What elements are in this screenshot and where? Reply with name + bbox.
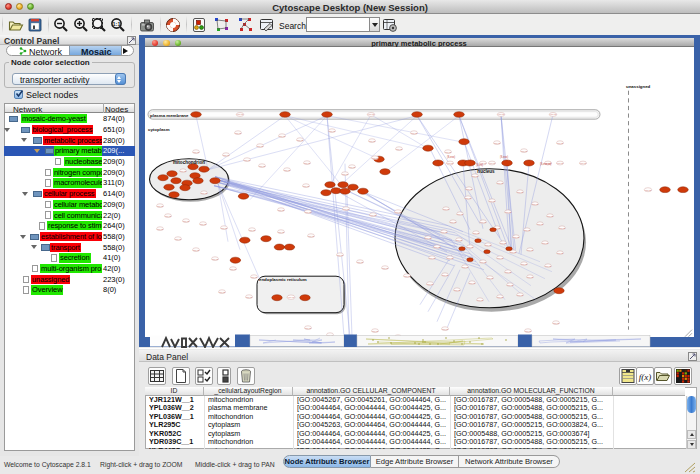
svg-text:Yxx-xx: Yxx-xx <box>553 322 561 324</box>
svg-text:Yxx-xx: Yxx-xx <box>343 208 351 210</box>
svg-text:Yxx-xx: Yxx-xx <box>180 170 188 172</box>
svg-text:Yxx-xx: Yxx-xx <box>456 239 464 241</box>
svg-text:Yxx-xx: Yxx-xx <box>580 162 588 164</box>
svg-text:Yxx-xx: Yxx-xx <box>370 214 378 216</box>
svg-text:Yxx-xx: Yxx-xx <box>489 200 497 202</box>
svg-text:Yxx-xx: Yxx-xx <box>485 244 493 246</box>
svg-text:Yxx-xx: Yxx-xx <box>447 162 455 164</box>
svg-text:Yxx-xx: Yxx-xx <box>434 246 442 248</box>
svg-text:Yxx-xx: Yxx-xx <box>447 257 455 259</box>
svg-text:Yxx-xx: Yxx-xx <box>645 189 653 191</box>
svg-text:Yxx-xx: Yxx-xx <box>349 166 357 168</box>
svg-text:f(x): f(x) <box>639 372 652 382</box>
svg-text:Yxx-xx: Yxx-xx <box>201 192 209 194</box>
svg-text:Yxx-xx: Yxx-xx <box>278 231 286 233</box>
svg-text:nucleus: nucleus <box>477 169 495 174</box>
svg-text:Yxx-xx: Yxx-xx <box>288 296 296 298</box>
svg-text:Yxx-xx: Yxx-xx <box>559 227 567 229</box>
svg-text:(S,exx): (S,exx) <box>500 155 508 159</box>
svg-text:Yxx-xx: Yxx-xx <box>337 254 345 256</box>
svg-text:Yxx-xx: Yxx-xx <box>462 266 470 268</box>
svg-text:Yxx-xx: Yxx-xx <box>342 173 350 175</box>
svg-text:Yxx-xx: Yxx-xx <box>505 271 513 273</box>
svg-text:Yxx-xx: Yxx-xx <box>510 251 518 253</box>
svg-text:Yxx-xx: Yxx-xx <box>545 265 553 267</box>
svg-text:Yxx-xx: Yxx-xx <box>497 257 505 259</box>
svg-text:Yxx-xx: Yxx-xx <box>251 276 259 278</box>
svg-text:Yxx-xx: Yxx-xx <box>425 237 433 239</box>
svg-text:Yxx-xx: Yxx-xx <box>175 238 183 240</box>
svg-text:Yxx-xx: Yxx-xx <box>557 162 565 164</box>
svg-text:Yxx-xx: Yxx-xx <box>466 188 474 190</box>
svg-text:Yxx-xx: Yxx-xx <box>221 227 229 229</box>
svg-text:Yxx-xx: Yxx-xx <box>369 140 377 142</box>
svg-text:Yxx-xx: Yxx-xx <box>259 165 267 167</box>
svg-text:Yxx-xx: Yxx-xx <box>219 291 227 293</box>
svg-text:Yxx-xx: Yxx-xx <box>284 169 292 171</box>
svg-text:Yxx-xx: Yxx-xx <box>297 139 305 141</box>
svg-text:Yxx-xx: Yxx-xx <box>157 205 165 207</box>
svg-text:Yxx-xx: Yxx-xx <box>480 221 488 223</box>
svg-text:Yxx-xx: Yxx-xx <box>183 220 191 222</box>
svg-text:Yxx-xx: Yxx-xx <box>465 197 473 199</box>
svg-text:Yxx-xx: Yxx-xx <box>557 252 565 254</box>
svg-text:Yxx-xx: Yxx-xx <box>429 257 437 259</box>
svg-text:Yxx-xx: Yxx-xx <box>497 296 505 298</box>
svg-text:Yxx-xx: Yxx-xx <box>477 299 485 301</box>
svg-text:Yxx-xx: Yxx-xx <box>249 229 257 231</box>
svg-text:Yxx-xx: Yxx-xx <box>498 114 506 116</box>
svg-text:Yxx-xx: Yxx-xx <box>467 246 475 248</box>
svg-text:Yxx-xx: Yxx-xx <box>469 282 477 284</box>
svg-text:Yxx-xx: Yxx-xx <box>237 114 245 116</box>
svg-text:Yxx-xx: Yxx-xx <box>304 162 312 164</box>
svg-text:unassigned: unassigned <box>626 84 651 89</box>
svg-text:Yxx-xx: Yxx-xx <box>527 249 535 251</box>
svg-text:Yxx-xx: Yxx-xx <box>230 268 238 270</box>
svg-text:Yxx-xx: Yxx-xx <box>212 258 220 260</box>
svg-text:Yxx-xx: Yxx-xx <box>521 263 529 265</box>
svg-text:Yxx-xx: Yxx-xx <box>524 229 532 231</box>
svg-text:Yxx-xx: Yxx-xx <box>382 267 390 269</box>
svg-text:cytoplasm: cytoplasm <box>148 127 170 132</box>
svg-text:Yxx-xx: Yxx-xx <box>303 185 311 187</box>
svg-text:Yxx-xx: Yxx-xx <box>537 223 545 225</box>
svg-text:Yxx-xx: Yxx-xx <box>497 182 505 184</box>
svg-text:Yxx-xx: Yxx-xx <box>527 276 535 278</box>
svg-text:Yxx-xx: Yxx-xx <box>396 148 404 150</box>
svg-text:Yxx-xx: Yxx-xx <box>507 284 515 286</box>
svg-text:Yxx-xx: Yxx-xx <box>547 215 555 217</box>
svg-text:Yxx-xx: Yxx-xx <box>329 130 337 132</box>
svg-text:Yxx-xx: Yxx-xx <box>157 228 165 230</box>
svg-text:Yxx-xx: Yxx-xx <box>494 142 502 144</box>
svg-text:Yxx-xx: Yxx-xx <box>473 232 481 234</box>
svg-text:Yxx-xx: Yxx-xx <box>308 235 316 237</box>
svg-text:Yxx-xx: Yxx-xx <box>395 211 403 213</box>
svg-text:1:1: 1:1 <box>113 21 121 27</box>
svg-text:Yxx-xx: Yxx-xx <box>244 159 252 161</box>
svg-text:Yxx-xx: Yxx-xx <box>368 114 376 116</box>
svg-text:Yxx-xx: Yxx-xx <box>532 203 540 205</box>
svg-text:Yxx-xx: Yxx-xx <box>193 151 201 153</box>
svg-text:Yxx-xx: Yxx-xx <box>500 242 508 244</box>
svg-text:Yxx-xx: Yxx-xx <box>517 191 525 193</box>
svg-text:Yxx-xx: Yxx-xx <box>521 150 529 152</box>
svg-text:Yxx-xx: Yxx-xx <box>489 162 497 164</box>
svg-text:Yxx-xx: Yxx-xx <box>246 296 254 298</box>
svg-text:Yxx-xx: Yxx-xx <box>542 242 550 244</box>
svg-text:Yxx-xx: Yxx-xx <box>411 132 419 134</box>
svg-text:Yxx-xx: Yxx-xx <box>442 274 450 276</box>
svg-text:Yxx-xx: Yxx-xx <box>513 236 521 238</box>
svg-text:Yxx-xx: Yxx-xx <box>454 289 462 291</box>
svg-text:Yxx-xx: Yxx-xx <box>450 221 458 223</box>
svg-text:(S,ex): (S,ex) <box>476 164 483 168</box>
svg-text:Yxx-xx: Yxx-xx <box>372 157 380 159</box>
svg-text:Yxx-xx: Yxx-xx <box>441 231 449 233</box>
svg-text:Yxx-xx: Yxx-xx <box>235 132 243 134</box>
svg-text:Yxx-xx: Yxx-xx <box>200 223 208 225</box>
svg-text:Yxx-xx: Yxx-xx <box>404 275 412 277</box>
svg-text:Yxx-xx: Yxx-xx <box>557 142 565 144</box>
svg-text:Yxx-xx: Yxx-xx <box>472 175 480 177</box>
svg-text:Yxx-xx: Yxx-xx <box>480 261 488 263</box>
svg-text:Yxx-xx: Yxx-xx <box>257 145 265 147</box>
svg-text:Yxx-xx: Yxx-xx <box>550 114 558 116</box>
